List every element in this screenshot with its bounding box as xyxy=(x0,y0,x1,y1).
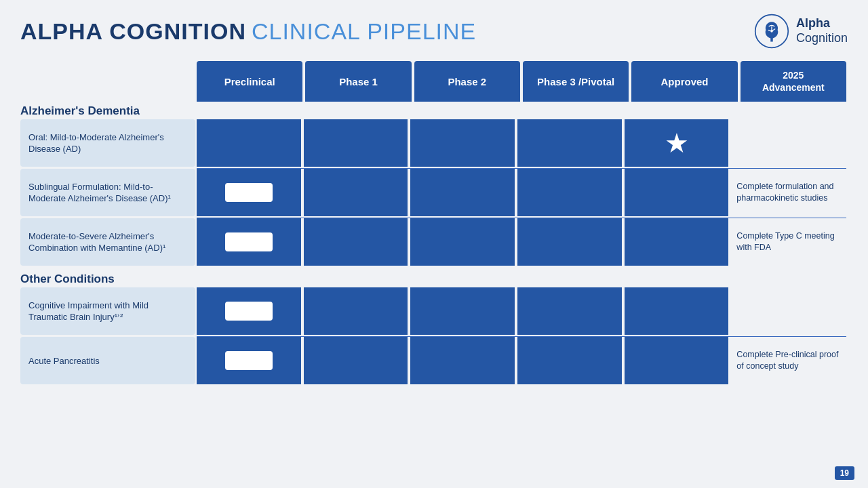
logo-text: Alpha Cognition xyxy=(796,16,848,45)
cell-sublingual-preclinical xyxy=(197,169,301,216)
col-phase3: Phase 3 /Pivotal xyxy=(523,61,629,102)
cell-moderate-phase2 xyxy=(410,218,515,266)
cell-cognitive-preclinical xyxy=(197,287,301,335)
advancement-text-sublingual: Complete formulation and pharmacokinetic… xyxy=(736,181,841,205)
cell-pancreatitis-phase2 xyxy=(410,337,515,384)
label-pancreatitis: Acute Pancreatitis xyxy=(20,337,195,384)
other-conditions-label: Other Conditions xyxy=(20,267,115,289)
cell-oral-phase2 xyxy=(410,119,515,167)
cell-pancreatitis-advancement: Complete Pre-clinical proof of concept s… xyxy=(731,337,846,384)
cell-pancreatitis-approved xyxy=(625,337,729,384)
cell-oral-preclinical xyxy=(197,119,301,167)
cell-cognitive-approved xyxy=(625,287,729,335)
label-sublingual: Sublingual Formulation: Mild-to-Moderate… xyxy=(20,169,195,216)
column-headers: Preclinical Phase 1 Phase 2 Phase 3 /Piv… xyxy=(20,61,848,102)
row-oral-mild-moderate: Oral: Mild-to-Moderate Alzheimer's Disea… xyxy=(20,119,848,167)
cell-cognitive-phase1 xyxy=(304,287,408,335)
col-phase1: Phase 1 xyxy=(305,61,411,102)
col-advancement: 2025Advancement xyxy=(741,61,846,102)
pill-moderate xyxy=(225,232,273,251)
section-gap xyxy=(20,267,848,272)
header: ALPHA COGNITION CLINICAL PIPELINE Alpha … xyxy=(20,14,848,49)
label-text-oral: Oral: Mild-to-Moderate Alzheimer's Disea… xyxy=(28,131,187,155)
cell-moderate-preclinical xyxy=(197,218,301,266)
cell-sublingual-phase3 xyxy=(517,169,622,216)
row-pancreatitis: Acute Pancreatitis Complete Pre-clinical… xyxy=(20,337,848,384)
label-cognitive: Cognitive Impairment with Mild Traumatic… xyxy=(20,287,195,335)
label-text-sublingual: Sublingual Formulation: Mild-to-Moderate… xyxy=(28,181,187,205)
star-icon: ★ xyxy=(665,129,689,157)
cell-sublingual-phase1 xyxy=(304,169,408,216)
advancement-text-pancreatitis: Complete Pre-clinical proof of concept s… xyxy=(736,349,841,373)
logo-alpha: Alpha xyxy=(796,16,848,31)
cell-oral-phase1 xyxy=(304,119,408,167)
cell-pancreatitis-phase3 xyxy=(517,337,622,384)
label-text-moderate: Moderate-to-Severe Alzheimer's Combinati… xyxy=(28,230,187,254)
col-approved: Approved xyxy=(631,61,737,102)
cell-sublingual-phase2 xyxy=(410,169,515,216)
pill-cognitive xyxy=(225,302,273,321)
cell-cognitive-phase3 xyxy=(517,287,622,335)
title-bold: ALPHA COGNITION xyxy=(20,18,246,45)
row-moderate-severe: Moderate-to-Severe Alzheimer's Combinati… xyxy=(20,218,848,266)
cell-moderate-approved xyxy=(625,218,729,266)
page-number: 19 xyxy=(835,466,854,480)
advancement-text-moderate: Complete Type C meeting with FDA xyxy=(736,230,841,254)
row-sublingual: Sublingual Formulation: Mild-to-Moderate… xyxy=(20,169,848,216)
logo-icon xyxy=(754,14,789,49)
cell-moderate-advancement: Complete Type C meeting with FDA xyxy=(731,218,846,266)
cell-cognitive-phase2 xyxy=(410,287,515,335)
pipeline: Preclinical Phase 1 Phase 2 Phase 3 /Piv… xyxy=(20,61,848,478)
header-spacer xyxy=(20,61,195,102)
alzheimers-section-label: Alzheimer's Dementia xyxy=(20,100,140,121)
col-preclinical: Preclinical xyxy=(197,61,302,102)
col-phase2: Phase 2 xyxy=(414,61,520,102)
cell-oral-advancement xyxy=(731,119,846,167)
cell-oral-approved: ★ xyxy=(625,119,729,167)
label-text-pancreatitis: Acute Pancreatitis xyxy=(28,355,100,367)
cell-pancreatitis-preclinical xyxy=(197,337,301,384)
logo: Alpha Cognition xyxy=(754,14,848,49)
logo-cognition: Cognition xyxy=(796,31,848,46)
cell-sublingual-advancement: Complete formulation and pharmacokinetic… xyxy=(731,169,846,216)
pill-sublingual xyxy=(225,183,273,202)
label-oral-mild-moderate: Oral: Mild-to-Moderate Alzheimer's Disea… xyxy=(20,119,195,167)
cell-pancreatitis-phase1 xyxy=(304,337,408,384)
cell-oral-phase3 xyxy=(517,119,622,167)
row-cognitive: Cognitive Impairment with Mild Traumatic… xyxy=(20,287,848,335)
svg-point-4 xyxy=(770,30,772,32)
cell-cognitive-advancement xyxy=(731,287,846,335)
cell-sublingual-approved xyxy=(625,169,729,216)
title-light: CLINICAL PIPELINE xyxy=(252,18,476,45)
title: ALPHA COGNITION CLINICAL PIPELINE xyxy=(20,18,476,45)
cell-moderate-phase3 xyxy=(517,218,622,266)
label-moderate-severe: Moderate-to-Severe Alzheimer's Combinati… xyxy=(20,218,195,266)
cell-moderate-phase1 xyxy=(304,218,408,266)
label-text-cognitive: Cognitive Impairment with Mild Traumatic… xyxy=(28,300,187,323)
page: ALPHA COGNITION CLINICAL PIPELINE Alpha … xyxy=(0,0,868,488)
pill-pancreatitis xyxy=(225,351,273,370)
